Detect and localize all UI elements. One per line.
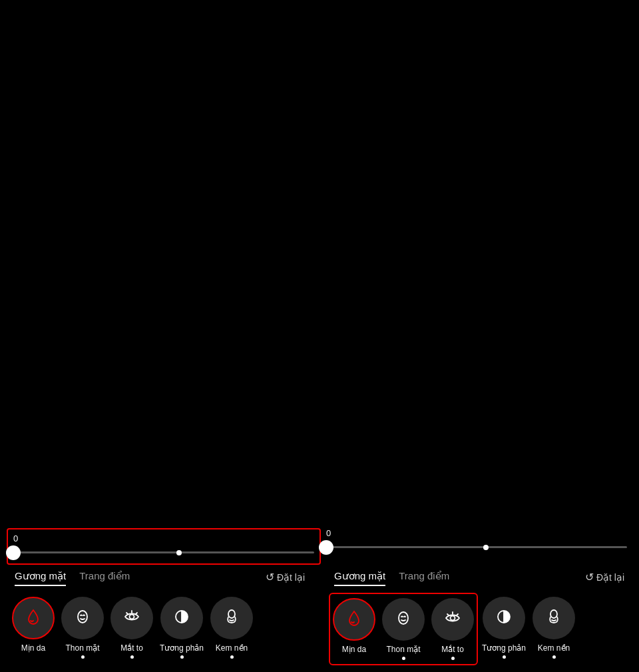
right-label-kem-nen: Kem nền <box>538 643 570 653</box>
foundation-icon-right <box>544 607 563 629</box>
face-slim-icon-right <box>394 609 413 630</box>
right-icon-tuong-phan[interactable]: Tương phản <box>479 593 529 665</box>
left-icon-circle-mat-to <box>110 597 153 639</box>
left-icon-circle-thon-mat <box>61 597 104 639</box>
right-feature-panel: Gương mặt Trang điểm ↺ Đặt lại <box>320 570 639 665</box>
left-label-kem-nen: Kem nền <box>216 643 248 653</box>
sliders-section: 0 0 <box>0 521 639 570</box>
right-icon-circle-thon-mat <box>382 598 425 641</box>
svg-point-1 <box>130 614 134 619</box>
left-dot-thon-mat <box>81 655 85 659</box>
right-label-min-da: Mịn da <box>342 645 366 654</box>
left-icon-kem-nen[interactable]: Kem nền <box>208 593 256 663</box>
right-reset-button[interactable]: ↺ Đặt lại <box>585 571 624 583</box>
right-icons-highlight-box: Mịn da <box>329 593 478 665</box>
svg-line-2 <box>126 613 128 614</box>
camera-preview-area <box>0 0 639 521</box>
right-slider-panel: 0 <box>321 528 632 565</box>
right-tab-trang-diem[interactable]: Trang điểm <box>399 570 449 585</box>
right-reset-label: Đặt lại <box>596 572 624 583</box>
right-dot-mat-to <box>451 657 455 660</box>
contrast-icon <box>172 607 191 629</box>
left-icon-circle-kem-nen <box>210 597 253 639</box>
left-slider-panel: 0 <box>7 528 321 565</box>
svg-line-10 <box>447 614 449 615</box>
right-icon-min-da[interactable]: Mịn da <box>330 594 378 664</box>
left-slider-thumb-start[interactable] <box>6 545 21 560</box>
left-label-min-da: Mịn da <box>21 643 45 653</box>
svg-point-8 <box>399 612 408 624</box>
eye-enlarge-icon-right <box>443 609 462 630</box>
eye-enlarge-icon <box>122 607 141 629</box>
left-slider-thumb-mid[interactable] <box>176 550 182 555</box>
left-label-mat-to: Mắt to <box>120 643 143 653</box>
right-reset-icon: ↺ <box>585 571 594 583</box>
right-label-thon-mat: Thon mặt <box>386 645 420 654</box>
left-icons-row: Mịn da Thon mặt <box>7 593 313 663</box>
left-dot-kem-nen <box>230 655 234 659</box>
left-feature-panel: Gương mặt Trang điểm ↺ Đặt lại <box>0 570 320 665</box>
left-tab-guong-mat[interactable]: Gương mặt <box>15 570 66 585</box>
left-label-tuong-phan: Tương phản <box>160 643 204 653</box>
right-tabs-row: Gương mặt Trang điểm ↺ Đặt lại <box>326 570 632 585</box>
svg-point-15 <box>550 610 557 618</box>
right-icon-circle-mat-to <box>431 598 474 641</box>
left-reset-button[interactable]: ↺ Đặt lại <box>266 571 305 583</box>
left-icon-min-da[interactable]: Mịn da <box>9 593 57 663</box>
left-reset-label: Đặt lại <box>277 572 305 583</box>
left-label-thon-mat: Thon mặt <box>65 643 99 653</box>
right-label-mat-to: Mắt to <box>441 645 464 654</box>
left-dot-tuong-phan <box>180 655 184 659</box>
right-icons-row: Mịn da <box>326 593 632 665</box>
left-slider-track[interactable] <box>13 546 314 559</box>
droplet-icon-right <box>345 609 363 630</box>
right-icon-circle-min-da <box>333 598 375 641</box>
right-icon-circle-tuong-phan <box>483 597 525 639</box>
face-slim-icon <box>73 607 92 629</box>
right-dot-thon-mat <box>402 657 405 660</box>
svg-point-9 <box>451 615 455 620</box>
svg-point-7 <box>228 610 235 618</box>
svg-point-0 <box>78 611 87 623</box>
foundation-icon <box>222 607 241 629</box>
right-icon-mat-to[interactable]: Mắt to <box>429 594 477 664</box>
right-icon-circle-kem-nen <box>532 597 575 639</box>
left-slider-value: 0 <box>13 533 314 543</box>
right-slider-thumb-start[interactable] <box>319 540 333 555</box>
right-dot-tuong-phan <box>503 655 506 659</box>
right-slider-thumb-mid[interactable] <box>483 545 489 550</box>
contrast-icon-right <box>495 607 513 629</box>
right-icon-kem-nen[interactable]: Kem nền <box>530 593 578 665</box>
left-icon-circle-min-da <box>12 597 55 639</box>
feature-panels: Gương mặt Trang điểm ↺ Đặt lại <box>0 570 639 665</box>
right-slider-value: 0 <box>326 528 627 538</box>
right-tab-guong-mat[interactable]: Gương mặt <box>334 570 385 585</box>
left-dot-mat-to <box>130 655 134 659</box>
right-dot-kem-nen <box>552 655 556 659</box>
svg-line-11 <box>457 614 458 615</box>
right-icon-thon-mat[interactable]: Thon mặt <box>379 594 427 664</box>
left-tab-trang-diem[interactable]: Trang điểm <box>79 570 130 585</box>
left-tabs-row: Gương mặt Trang điểm ↺ Đặt lại <box>7 570 313 585</box>
left-icon-circle-tuong-phan <box>160 597 203 639</box>
bottom-panel: 0 0 Gương mặt Trang đ <box>0 521 639 672</box>
left-icon-thon-mat[interactable]: Thon mặt <box>59 593 106 663</box>
left-icon-tuong-phan[interactable]: Tương phản <box>157 593 206 663</box>
right-slider-track[interactable] <box>326 541 627 554</box>
svg-line-3 <box>136 613 137 614</box>
left-icon-mat-to[interactable]: Mắt to <box>108 593 156 663</box>
droplet-icon <box>24 607 43 629</box>
left-reset-icon: ↺ <box>266 571 274 583</box>
right-label-tuong-phan: Tương phản <box>482 643 526 653</box>
